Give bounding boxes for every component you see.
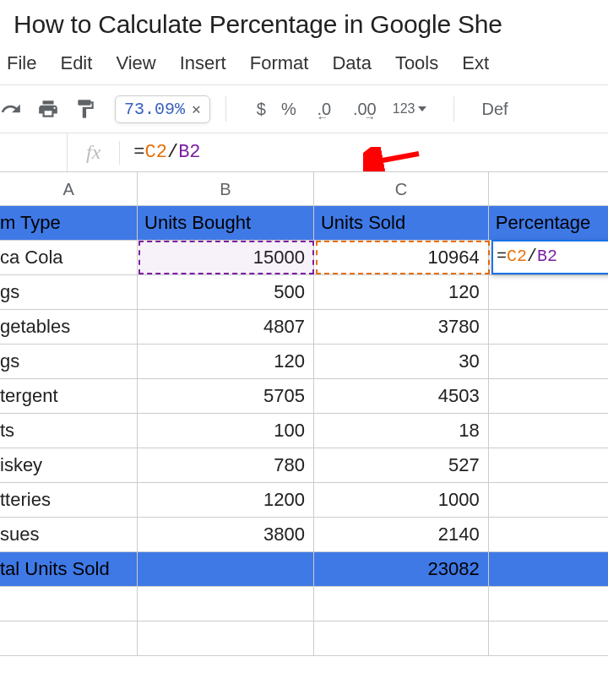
header-item-type[interactable]: m Type — [0, 206, 138, 241]
cell[interactable] — [314, 587, 489, 621]
table-row — [0, 621, 608, 656]
cell[interactable] — [489, 518, 608, 552]
toolbar-divider — [225, 96, 226, 122]
cell[interactable] — [489, 310, 608, 345]
table-row: gs500120 — [0, 275, 608, 310]
table-row: sues38002140 — [0, 518, 608, 552]
total-label[interactable]: tal Units Sold — [0, 552, 138, 587]
more-formats-button[interactable]: 123 — [393, 101, 427, 117]
cell[interactable]: getables — [0, 310, 138, 345]
doc-title: How to Calculate Percentage in Google Sh… — [0, 0, 608, 49]
paint-format-icon[interactable] — [74, 98, 96, 120]
cell[interactable]: 120 — [138, 345, 314, 379]
cell[interactable] — [489, 621, 608, 656]
cell[interactable] — [0, 621, 138, 656]
cell[interactable] — [489, 379, 608, 414]
formula-bar: fx =C2/B2 — [0, 133, 608, 171]
total-b[interactable] — [138, 552, 314, 587]
menu-extensions[interactable]: Ext — [462, 52, 489, 74]
menu-tools[interactable]: Tools — [395, 52, 438, 74]
formula-preview: 73.09% ✕ — [115, 95, 210, 123]
menu-file[interactable]: File — [7, 52, 36, 74]
cell[interactable] — [489, 587, 608, 621]
col-header-d[interactable] — [489, 172, 608, 206]
header-units-sold[interactable]: Units Sold — [314, 206, 489, 241]
cell[interactable]: 2140 — [314, 518, 489, 552]
menu-insert[interactable]: Insert — [180, 52, 226, 74]
cell[interactable]: 500 — [138, 275, 314, 310]
cell[interactable] — [489, 345, 608, 379]
font-family-button[interactable]: Def — [481, 100, 508, 119]
table-row: tteries12001000 — [0, 483, 608, 518]
cell[interactable] — [489, 275, 608, 310]
col-header-b[interactable]: B — [138, 172, 314, 206]
cell[interactable]: 1200 — [138, 483, 314, 518]
column-headers: A B C — [0, 172, 608, 206]
cell[interactable] — [489, 448, 608, 483]
col-header-c[interactable]: C — [314, 172, 489, 206]
menu-view[interactable]: View — [116, 52, 155, 74]
menu-data[interactable]: Data — [332, 52, 371, 74]
menu-edit[interactable]: Edit — [60, 52, 92, 74]
cell[interactable]: sues — [0, 518, 138, 552]
cell[interactable]: tergent — [0, 379, 138, 414]
cell[interactable]: gs — [0, 345, 138, 379]
fx-icon: fx — [68, 141, 119, 164]
cell[interactable] — [138, 621, 314, 656]
cell[interactable]: 100 — [138, 414, 314, 448]
cell[interactable]: ca Cola — [0, 241, 138, 275]
cell[interactable]: 3780 — [314, 310, 489, 345]
increase-decimal-button[interactable]: .00→ — [352, 100, 377, 119]
cell[interactable] — [489, 414, 608, 448]
spreadsheet-grid[interactable]: A B C m Type Units Bought Units Sold Per… — [0, 171, 608, 656]
cell[interactable]: 780 — [138, 448, 314, 483]
cell[interactable]: 10964 — [314, 241, 489, 275]
cell[interactable] — [138, 587, 314, 621]
formula-text: / — [527, 247, 537, 266]
total-d[interactable] — [489, 552, 608, 587]
cell[interactable]: 1000 — [314, 483, 489, 518]
cell[interactable]: 30 — [314, 345, 489, 379]
col-header-a[interactable]: A — [0, 172, 138, 206]
toolbar-divider — [453, 96, 454, 122]
cell[interactable]: 527 — [314, 448, 489, 483]
table-row: tergent57054503 — [0, 379, 608, 414]
menu-format[interactable]: Format — [250, 52, 309, 74]
cell[interactable]: gs — [0, 275, 138, 310]
cell[interactable]: 120 — [314, 275, 489, 310]
annotation-arrow — [363, 147, 422, 172]
cell[interactable] — [314, 621, 489, 656]
formula-ref-b2: B2 — [178, 142, 200, 163]
redo-icon[interactable] — [0, 98, 22, 120]
cell[interactable]: 18 — [314, 414, 489, 448]
table-row: getables48073780 — [0, 310, 608, 345]
cell[interactable]: 4807 — [138, 310, 314, 345]
formula-ref-c2: C2 — [507, 247, 527, 266]
cell[interactable]: ts — [0, 414, 138, 448]
table-row: ts10018 — [0, 414, 608, 448]
formula-ref-c2: C2 — [145, 142, 167, 163]
print-icon[interactable] — [37, 98, 59, 120]
cell[interactable]: 3800 — [138, 518, 314, 552]
cell[interactable]: tteries — [0, 483, 138, 518]
table-row: gs12030 — [0, 345, 608, 379]
active-cell-editor[interactable]: =C2/B2 — [491, 240, 608, 274]
cell[interactable]: 4503 — [314, 379, 489, 414]
cell[interactable]: 5705 — [138, 379, 314, 414]
chevron-down-icon — [418, 106, 426, 111]
cell[interactable]: 15000 — [138, 241, 314, 275]
currency-format-button[interactable]: $ — [257, 100, 266, 119]
name-box[interactable] — [0, 133, 68, 171]
header-units-bought[interactable]: Units Bought — [138, 206, 314, 241]
cell[interactable] — [489, 483, 608, 518]
cell[interactable] — [0, 587, 138, 621]
formula-input[interactable]: =C2/B2 — [120, 142, 608, 163]
percent-format-button[interactable]: % — [281, 100, 296, 119]
cell[interactable]: iskey — [0, 448, 138, 483]
decrease-decimal-button[interactable]: .0← — [312, 100, 337, 119]
header-percentage[interactable]: Percentage — [489, 206, 608, 241]
close-icon[interactable]: ✕ — [192, 100, 201, 118]
svg-line-1 — [373, 154, 419, 162]
formula-ref-b2: B2 — [537, 247, 557, 266]
total-c[interactable]: 23082 — [314, 552, 489, 587]
